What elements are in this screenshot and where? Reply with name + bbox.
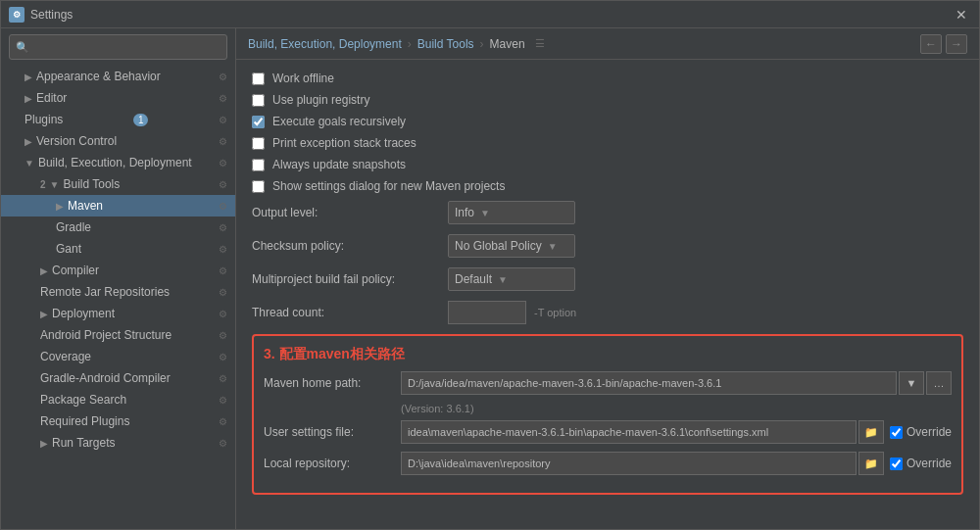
maven-home-path-row: Maven home path: ▼ … (264, 371, 952, 395)
arrow-icon: ▶ (24, 72, 32, 82)
settings-icon: ⚙ (219, 222, 227, 233)
checkbox-use-plugin: Use plugin registry (252, 93, 963, 107)
sidebar-item-gradle[interactable]: Gradle ⚙ (1, 217, 235, 238)
print-exception-checkbox[interactable] (252, 137, 265, 150)
execute-goals-label: Execute goals recursively (272, 115, 406, 128)
work-offline-checkbox[interactable] (252, 72, 265, 85)
show-settings-label: Show settings dialog for new Maven proje… (272, 179, 505, 193)
sidebar-item-build-tools[interactable]: 2 ▼ Build Tools ⚙ (1, 173, 235, 195)
thread-count-input[interactable] (448, 301, 526, 324)
sidebar-item-editor[interactable]: ▶ Editor ⚙ (1, 87, 235, 109)
maven-home-input[interactable] (401, 371, 897, 395)
sidebar-item-android-project[interactable]: Android Project Structure ⚙ (1, 324, 235, 346)
arrow-icon: ▶ (24, 136, 32, 147)
sidebar-item-label: Package Search (40, 393, 126, 407)
sidebar-item-label: Gradle (56, 220, 91, 234)
main-content: Build, Execution, Deployment › Build Too… (236, 28, 979, 529)
local-repo-browse-btn[interactable]: 📁 (858, 452, 884, 475)
maven-paths-annotation: 3. 配置maven相关路径 (264, 346, 952, 363)
back-button[interactable]: ← (920, 34, 942, 54)
local-repo-label: Local repository: (264, 457, 401, 470)
maven-home-dropdown-btn[interactable]: ▼ (899, 371, 924, 395)
thread-t-option-label: -T option (534, 307, 576, 318)
breadcrumb-build[interactable]: Build, Execution, Deployment (248, 37, 402, 51)
sidebar-item-version-control[interactable]: ▶ Version Control ⚙ (1, 130, 235, 152)
user-settings-override: Override (890, 425, 952, 439)
sidebar-item-coverage[interactable]: Coverage ⚙ (1, 346, 235, 367)
sidebar-item-maven[interactable]: ▶ Maven ⚙ (1, 195, 235, 217)
sidebar-item-run-targets[interactable]: ▶ Run Targets ⚙ (1, 432, 235, 454)
breadcrumb-sep2: › (480, 37, 484, 51)
sidebar-item-appearance[interactable]: ▶ Appearance & Behavior ⚙ (1, 66, 235, 87)
arrow-icon: ▶ (56, 201, 64, 212)
output-level-label: Output level: (252, 206, 448, 219)
search-input[interactable] (33, 41, 220, 53)
print-exception-label: Print exception stack traces (272, 136, 416, 150)
show-settings-checkbox[interactable] (252, 180, 265, 193)
sidebar-item-label: Build, Execution, Deployment (38, 156, 192, 169)
maven-version-text: (Version: 3.6.1) (401, 403, 952, 414)
settings-icon: ⚙ (219, 72, 227, 82)
forward-button[interactable]: → (946, 34, 967, 54)
plugins-badge: 1 (133, 114, 149, 126)
breadcrumb: Build, Execution, Deployment › Build Too… (236, 28, 979, 60)
sidebar-item-label: Run Targets (52, 436, 115, 450)
settings-icon: ⚙ (219, 416, 227, 427)
local-repo-override-label: Override (906, 457, 952, 470)
search-icon: 🔍 (16, 41, 29, 54)
user-settings-browse-btn[interactable]: 📁 (858, 420, 884, 444)
user-settings-row: User settings file: 📁 Override (264, 420, 952, 444)
settings-icon: ⚙ (219, 115, 227, 125)
output-level-dropdown[interactable]: Info ▼ (448, 201, 575, 224)
use-plugin-registry-checkbox[interactable] (252, 94, 265, 107)
execute-goals-checkbox[interactable] (252, 116, 265, 128)
dropdown-arrow-icon: ▼ (548, 241, 558, 252)
sidebar-item-label: Coverage (40, 350, 91, 363)
sidebar-item-gradle-android[interactable]: Gradle-Android Compiler ⚙ (1, 367, 235, 389)
multiproject-policy-value: Default (455, 272, 492, 286)
dropdown-arrow-icon: ▼ (480, 208, 490, 218)
multiproject-policy-row: Multiproject build fail policy: Default … (252, 267, 963, 291)
thread-count-row: Thread count: -T option (252, 301, 963, 324)
sidebar-item-remote-jar[interactable]: Remote Jar Repositories ⚙ (1, 281, 235, 303)
settings-area: Work offline Use plugin registry Execute… (236, 60, 979, 529)
sidebar-item-deployment[interactable]: ▶ Deployment ⚙ (1, 303, 235, 324)
multiproject-policy-label: Multiproject build fail policy: (252, 272, 448, 286)
user-settings-input[interactable] (401, 420, 857, 444)
breadcrumb-menu-icon[interactable]: ☰ (535, 37, 545, 50)
always-update-checkbox[interactable] (252, 159, 265, 171)
search-box[interactable]: 🔍 (9, 34, 227, 60)
settings-icon: ⚙ (219, 93, 227, 104)
checksum-policy-row: Checksum policy: No Global Policy ▼ (252, 234, 963, 258)
title-bar: ⚙ Settings ✕ (1, 1, 979, 28)
multiproject-policy-dropdown[interactable]: Default ▼ (448, 267, 575, 291)
sidebar-item-gant[interactable]: Gant ⚙ (1, 238, 235, 260)
breadcrumb-build-tools[interactable]: Build Tools (417, 37, 474, 51)
close-button[interactable]: ✕ (952, 5, 971, 24)
local-repo-override: Override (890, 457, 952, 470)
local-repo-override-checkbox[interactable] (890, 458, 903, 470)
nav-buttons: ← → (920, 34, 967, 54)
sidebar-item-package-search[interactable]: Package Search ⚙ (1, 389, 235, 410)
sidebar-item-plugins[interactable]: Plugins 1 ⚙ (1, 109, 235, 130)
user-settings-label: User settings file: (264, 425, 401, 439)
user-settings-override-checkbox[interactable] (890, 426, 903, 439)
checksum-policy-label: Checksum policy: (252, 239, 448, 253)
dropdown-arrow-icon: ▼ (498, 274, 508, 285)
work-offline-label: Work offline (272, 72, 334, 85)
sidebar-item-label: Maven (68, 199, 103, 213)
settings-icon: ⚙ (219, 179, 227, 190)
user-settings-override-label: Override (906, 425, 952, 439)
settings-icon: ⚙ (219, 373, 227, 384)
local-repo-input[interactable] (401, 452, 857, 475)
maven-home-browse-btn[interactable]: … (926, 371, 952, 395)
sidebar-item-required-plugins[interactable]: Required Plugins ⚙ (1, 410, 235, 432)
settings-icon: ⚙ (219, 244, 227, 255)
settings-icon: ⚙ (219, 158, 227, 169)
sidebar-item-label: Gant (56, 242, 81, 256)
checksum-policy-dropdown[interactable]: No Global Policy ▼ (448, 234, 575, 258)
sidebar-item-build-exec-deploy[interactable]: ▼ Build, Execution, Deployment ⚙ (1, 152, 235, 173)
checksum-policy-value: No Global Policy (455, 239, 542, 253)
settings-icon: ⚙ (219, 395, 227, 406)
sidebar-item-compiler[interactable]: ▶ Compiler ⚙ (1, 260, 235, 281)
